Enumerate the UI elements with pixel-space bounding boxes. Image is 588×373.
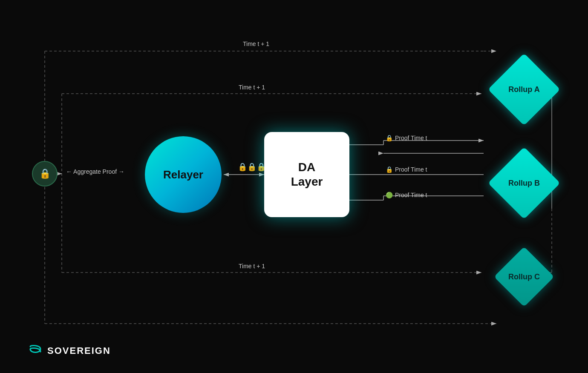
proof-lock-c-icon: 🟢	[386, 192, 393, 198]
sovereign-logo-text: SOVEREIGN	[47, 345, 111, 356]
da-layer-label: DALayer	[291, 160, 323, 189]
relayer-label: Relayer	[163, 168, 203, 181]
proof-time-a-label: 🔒 Proof Time t	[386, 135, 427, 141]
time-t1-bottom-label: Time t + 1	[239, 263, 265, 270]
time-t1-top-label: Time t + 1	[243, 40, 269, 47]
proof-time-c-label: 🟢 Proof Time t	[386, 192, 427, 198]
sovereign-logo-icon	[28, 343, 43, 358]
aggregate-proof-label: ← Aggregate Proof →	[66, 168, 124, 175]
proof-lock-b-icon: 🔒	[386, 166, 393, 173]
rollup-c-label: Rollup C	[503, 255, 545, 298]
proof-time-b-label: 🔒 Proof Time t	[386, 166, 427, 173]
svg-text:🔒: 🔒	[238, 162, 248, 172]
svg-text:🔒: 🔒	[247, 162, 257, 172]
proof-lock-a-icon: 🔒	[386, 135, 393, 141]
sovereign-logo: SOVEREIGN	[28, 343, 111, 358]
rollup-b-label: Rollup B	[499, 158, 550, 209]
da-layer-box: DALayer	[264, 132, 349, 217]
relayer-circle: Relayer	[145, 136, 222, 213]
diagram-container: 🔒 🔒 🔒 🔒 ← Aggregate Proof → Relayer DALa…	[0, 0, 588, 373]
time-t1-middle-label: Time t + 1	[239, 84, 265, 91]
lock-circle: 🔒	[32, 161, 58, 186]
rollup-a-label: Rollup A	[499, 64, 550, 115]
lock-icon: 🔒	[39, 168, 51, 179]
